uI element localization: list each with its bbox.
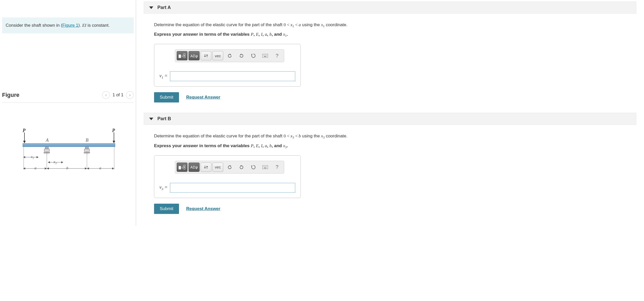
keyboard-button[interactable]: [260, 51, 271, 60]
prompt-suffix-before: ).: [78, 23, 82, 28]
figure-link[interactable]: Figure 1: [62, 23, 78, 28]
part-b-header[interactable]: Part B: [144, 113, 636, 125]
beam-icon: [23, 143, 115, 147]
svg-rect-66: [264, 168, 266, 168]
svg-point-51: [266, 55, 267, 55]
part-b-submit-button[interactable]: Submit: [154, 204, 179, 214]
figure-title: Figure: [2, 92, 19, 98]
keyboard-icon: [262, 54, 268, 58]
part-a-title: Part A: [157, 5, 171, 10]
part-b: Part B Determine the equation of the ela…: [144, 113, 636, 214]
load-arrow-left-icon: [23, 133, 26, 143]
redo-button[interactable]: [236, 51, 247, 60]
reset-icon: [251, 53, 256, 58]
svg-point-48: [263, 55, 264, 55]
dim-ticks: [23, 147, 115, 170]
part-a-answer-label: v1 =: [159, 73, 167, 80]
part-a-question: Determine the equation of the elastic cu…: [154, 21, 636, 29]
part-a-toolbar: √ ΑΣφ vec: [175, 49, 284, 62]
svg-rect-55: [184, 165, 185, 167]
svg-marker-58: [230, 165, 231, 167]
templates-button[interactable]: √: [177, 51, 187, 60]
help-button[interactable]: ?: [272, 51, 282, 60]
prompt-suffix: is constant.: [86, 23, 110, 28]
prompt-prefix: Consider the shaft shown in (: [6, 23, 62, 28]
caret-down-icon: [149, 6, 153, 9]
part-a-header[interactable]: Part A: [144, 2, 636, 14]
svg-text:√: √: [181, 54, 183, 58]
svg-point-64: [265, 166, 266, 167]
figure-page-count: 1 of 1: [112, 92, 123, 98]
templates-icon: √: [178, 53, 186, 58]
svg-point-50: [265, 55, 266, 55]
reset-button[interactable]: [248, 51, 259, 60]
part-a-instruction: Express your answer in terms of the vari…: [154, 32, 636, 38]
part-a: Part A Determine the equation of the ela…: [144, 2, 636, 102]
ei-constant: EI: [82, 23, 86, 28]
subscript-button[interactable]: [201, 163, 211, 172]
svg-marker-3: [113, 141, 115, 143]
svg-rect-61: [262, 165, 268, 169]
scripts-icon: [204, 53, 208, 58]
svg-rect-56: [184, 168, 185, 169]
figure-next-button[interactable]: ›: [126, 91, 134, 99]
part-b-toolbar: √ ΑΣφ vec: [175, 161, 284, 174]
redo-icon: [239, 53, 244, 58]
undo-icon: [227, 53, 232, 58]
figure-prev-button[interactable]: ‹: [102, 91, 110, 99]
redo-icon: [239, 165, 244, 170]
part-a-answer-input[interactable]: [170, 71, 295, 81]
svg-point-62: [263, 166, 264, 167]
subscript-button[interactable]: [201, 51, 211, 60]
svg-rect-42: [184, 56, 185, 58]
point-b-label: B: [86, 138, 88, 143]
undo-button[interactable]: [224, 163, 235, 172]
svg-rect-47: [262, 54, 268, 58]
svg-marker-59: [240, 165, 242, 167]
svg-point-49: [264, 55, 265, 55]
figure-diagram: P P A B x1 x3 a b a: [2, 128, 134, 179]
svg-text:√: √: [181, 166, 183, 170]
svg-rect-52: [264, 56, 266, 57]
reset-button[interactable]: [248, 163, 259, 172]
templates-button[interactable]: √: [177, 163, 187, 172]
part-b-request-answer-link[interactable]: Request Answer: [186, 206, 220, 211]
svg-point-65: [266, 166, 267, 167]
part-a-answer-box: √ ΑΣφ vec: [154, 44, 301, 87]
scripts-icon: [204, 165, 208, 170]
caret-down-icon: [149, 118, 153, 120]
part-b-question: Determine the equation of the elastic cu…: [154, 133, 636, 140]
reset-icon: [251, 165, 256, 170]
part-b-instruction: Express your answer in terms of the vari…: [154, 143, 636, 149]
templates-icon: √: [178, 165, 186, 170]
svg-marker-1: [23, 141, 26, 143]
part-a-request-answer-link[interactable]: Request Answer: [186, 95, 220, 100]
vector-button[interactable]: vec: [212, 163, 223, 172]
svg-marker-45: [240, 54, 242, 55]
vector-button[interactable]: vec: [212, 51, 223, 60]
svg-rect-53: [179, 166, 181, 169]
figure-header: Figure ‹ 1 of 1 ›: [2, 91, 134, 103]
keyboard-icon: [262, 165, 268, 169]
svg-point-63: [264, 166, 265, 167]
problem-statement: Consider the shaft shown in (Figure 1). …: [2, 17, 134, 33]
part-b-title: Part B: [157, 116, 171, 121]
greek-button[interactable]: ΑΣφ: [189, 163, 200, 172]
part-a-submit-button[interactable]: Submit: [154, 92, 179, 102]
keyboard-button[interactable]: [260, 163, 271, 172]
part-b-answer-input[interactable]: [170, 183, 295, 193]
help-button[interactable]: ?: [272, 163, 282, 172]
point-a-label: A: [46, 138, 49, 143]
greek-button[interactable]: ΑΣφ: [189, 51, 200, 60]
undo-icon: [227, 165, 232, 170]
part-b-answer-box: √ ΑΣφ vec: [154, 155, 301, 198]
svg-rect-41: [184, 54, 185, 55]
redo-button[interactable]: [236, 163, 247, 172]
figure-pager: ‹ 1 of 1 ›: [102, 91, 134, 99]
svg-rect-39: [179, 55, 181, 58]
svg-marker-44: [230, 54, 231, 55]
part-b-answer-label: v3 =: [159, 185, 167, 191]
load-arrow-right-icon: [112, 133, 116, 143]
undo-button[interactable]: [224, 51, 235, 60]
